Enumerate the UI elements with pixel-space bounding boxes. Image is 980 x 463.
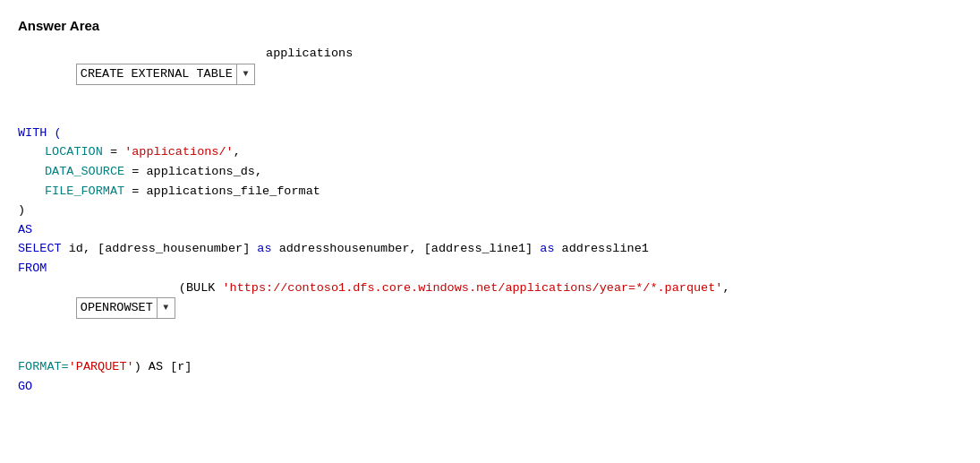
select-as1: as: [257, 239, 271, 259]
dropdown1-trigger[interactable]: CREATE EXTERNAL TABLE ▼: [76, 64, 255, 85]
line-with: WITH (: [18, 124, 962, 143]
location-keyword: LOCATION: [45, 142, 103, 162]
fileformat-keyword: FILE_FORMAT: [45, 182, 124, 201]
line-datasource: DATA_SOURCE = applications_ds,: [18, 162, 962, 182]
dropdown2-arrow-icon: ▼: [157, 298, 175, 318]
line-as: AS: [18, 220, 962, 240]
applications-label: applications: [259, 44, 353, 64]
bulk-keyword: (BULK: [179, 279, 223, 298]
location-value: 'applications/': [124, 142, 234, 162]
datasource-value: applications_ds: [146, 162, 255, 182]
section-title: Answer Area: [18, 18, 962, 33]
as-keyword: AS: [18, 220, 32, 240]
close-paren: ): [18, 201, 25, 220]
line-select: SELECT id, [address_housenumber] as addr…: [18, 239, 962, 259]
line-dropdown2: OPENROWSET ▼ CROSS APPLY OPENJSON OPENRO…: [18, 279, 962, 358]
bulk-url: 'https://contoso1.dfs.core.windows.net/a…: [222, 279, 722, 298]
datasource-comma: ,: [255, 162, 262, 182]
select-as2: as: [540, 239, 554, 259]
dropdown2-trigger[interactable]: OPENROWSET ▼: [76, 297, 175, 319]
line-from: FROM: [18, 259, 962, 279]
datasource-eq: =: [124, 162, 146, 182]
code-area: CREATE EXTERNAL TABLE ▼ CREATE EXTERNAL …: [18, 44, 962, 397]
select-alias2: addressline1: [555, 239, 649, 259]
datasource-keyword: DATA_SOURCE: [45, 162, 124, 182]
create-table-dropdown[interactable]: CREATE EXTERNAL TABLE ▼ CREATE EXTERNAL …: [18, 44, 255, 124]
location-comma: ,: [234, 142, 241, 162]
line-closeparen: ): [18, 201, 962, 220]
format-keyword: FORMAT=: [18, 357, 69, 377]
line-fileformat: FILE_FORMAT = applications_file_format: [18, 182, 962, 201]
format-value: 'PARQUET': [69, 357, 134, 377]
location-eq: =: [103, 142, 124, 162]
dropdown1-selected-label: CREATE EXTERNAL TABLE: [77, 64, 236, 84]
line-location: LOCATION = 'applications/',: [18, 142, 962, 162]
dropdown1-arrow-icon: ▼: [236, 64, 254, 84]
line-go: GO: [18, 377, 962, 397]
select-alias1: addresshousenumber, [address_line1]: [272, 239, 541, 259]
answer-area: Answer Area CREATE EXTERNAL TABLE ▼ CREA…: [18, 18, 962, 397]
line-dropdown1: CREATE EXTERNAL TABLE ▼ CREATE EXTERNAL …: [18, 44, 962, 124]
dropdown2-selected-label: OPENROWSET: [77, 298, 157, 318]
bulk-comma: ,: [722, 279, 729, 298]
fileformat-eq: =: [124, 182, 146, 201]
select-keyword: SELECT: [18, 239, 62, 259]
rowset-dropdown[interactable]: OPENROWSET ▼ CROSS APPLY OPENJSON OPENRO…: [18, 279, 175, 358]
format-rest: ) AS [r]: [134, 357, 192, 377]
select-cols: id, [address_housenumber]: [62, 239, 258, 259]
line-format: FORMAT='PARQUET') AS [r]: [18, 357, 962, 377]
from-keyword: FROM: [18, 259, 47, 279]
fileformat-value: applications_file_format: [146, 182, 320, 201]
go-keyword: GO: [18, 377, 32, 397]
with-keyword: WITH (: [18, 124, 62, 143]
